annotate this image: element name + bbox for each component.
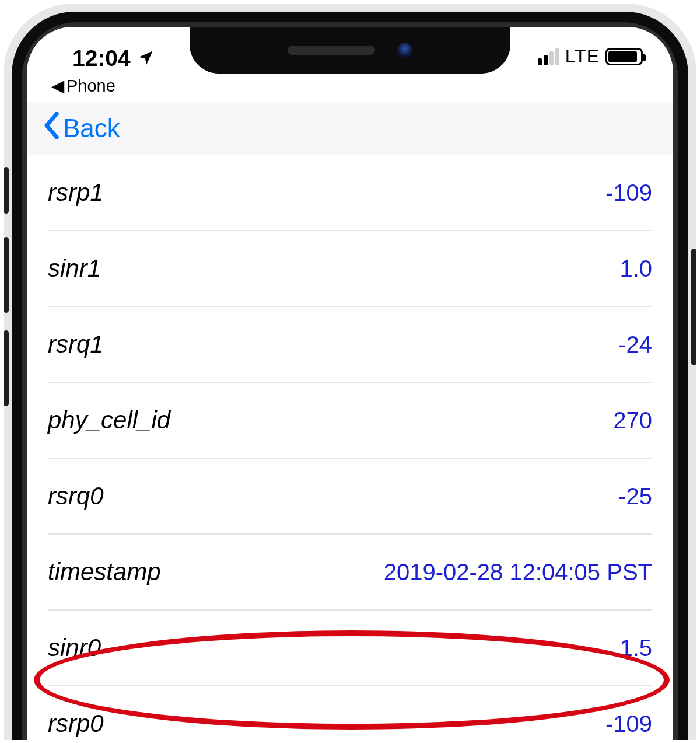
network-type: LTE bbox=[565, 46, 600, 67]
metric-key: rsrp0 bbox=[48, 710, 104, 738]
status-bar: 12:04 ◀ Phone LTE bbox=[27, 27, 673, 85]
cellular-signal-icon bbox=[538, 48, 559, 65]
device-frame: 12:04 ◀ Phone LTE bbox=[4, 4, 696, 740]
caret-left-icon: ◀ bbox=[51, 76, 64, 96]
metric-key: phy_cell_id bbox=[48, 406, 170, 434]
status-time: 12:04 bbox=[72, 46, 131, 71]
metric-key: rsrp1 bbox=[48, 179, 104, 207]
device-silent-switch bbox=[4, 167, 9, 214]
chevron-left-icon bbox=[42, 112, 61, 145]
list-item[interactable]: phy_cell_id 270 bbox=[48, 383, 652, 459]
metric-key: sinr0 bbox=[48, 634, 101, 662]
list-item[interactable]: rsrp0 -109 bbox=[48, 686, 652, 740]
device-volume-up bbox=[4, 237, 9, 313]
list-item[interactable]: rsrq0 -25 bbox=[48, 459, 652, 535]
metric-value: -109 bbox=[606, 711, 652, 737]
list-item[interactable]: rsrq1 -24 bbox=[48, 307, 652, 383]
metric-key: rsrq1 bbox=[48, 330, 104, 358]
location-icon bbox=[138, 46, 154, 71]
back-to-app[interactable]: ◀ Phone bbox=[51, 76, 116, 96]
metric-value: -25 bbox=[618, 483, 652, 510]
metric-value: 1.0 bbox=[620, 256, 652, 282]
back-label: Back bbox=[63, 114, 120, 143]
metric-value: 270 bbox=[613, 407, 652, 434]
device-power-button bbox=[691, 249, 696, 365]
metric-key: rsrq0 bbox=[48, 482, 104, 510]
list-item[interactable]: sinr0 1.5 bbox=[48, 611, 652, 686]
phone-screen: 12:04 ◀ Phone LTE bbox=[27, 27, 673, 740]
metric-value: -109 bbox=[606, 180, 652, 206]
metric-key: sinr1 bbox=[48, 254, 101, 282]
metric-key: timestamp bbox=[48, 558, 161, 586]
list-item[interactable]: rsrp1 -109 bbox=[48, 155, 652, 231]
metric-value: 1.5 bbox=[620, 635, 652, 661]
metrics-list: rsrp1 -109 sinr1 1.0 rsrq1 -24 phy_cell_… bbox=[27, 155, 673, 740]
metric-value: 2019-02-28 12:04:05 PST bbox=[384, 559, 652, 585]
metric-value: -24 bbox=[618, 332, 652, 358]
list-item[interactable]: sinr1 1.0 bbox=[48, 231, 652, 307]
back-button[interactable]: Back bbox=[42, 112, 120, 145]
battery-icon bbox=[606, 48, 643, 65]
nav-header: Back bbox=[27, 102, 673, 155]
device-volume-down bbox=[4, 330, 9, 406]
list-item[interactable]: timestamp 2019-02-28 12:04:05 PST bbox=[48, 535, 652, 611]
breadcrumb-label: Phone bbox=[66, 76, 116, 96]
